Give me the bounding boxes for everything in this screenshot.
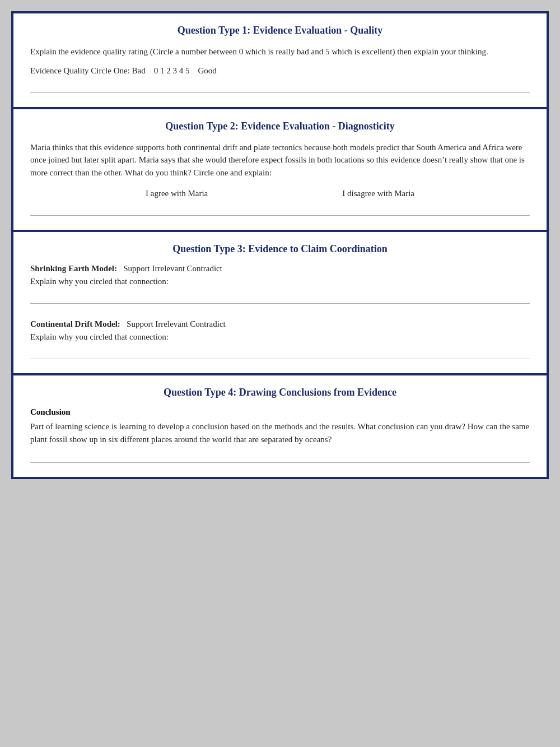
model2-options: Support Irrelevant Contradict [127, 319, 226, 328]
agree-disagree-row: I agree with Maria I disagree with Maria [30, 189, 530, 198]
section-2: Question Type 2: Evidence Evaluation - D… [12, 108, 548, 231]
section-1: Question Type 1: Evidence Evaluation - Q… [12, 12, 548, 108]
model2-label: Continental Drift Model: [30, 319, 120, 328]
model1-row: Shrinking Earth Model: Support Irrelevan… [30, 264, 530, 273]
section-4: Question Type 4: Drawing Conclusions fro… [12, 374, 548, 478]
rating-numbers: 0 1 2 3 4 5 [154, 66, 190, 75]
section-2-body: Maria thinks that this evidence supports… [30, 141, 530, 179]
section-3-divider-1 [30, 303, 530, 304]
agree-label: I agree with Maria [146, 189, 208, 198]
disagree-label: I disagree with Maria [342, 189, 414, 198]
model1-explain: Explain why you circled that connection: [30, 277, 530, 286]
section-3-divider-2 [30, 359, 530, 359]
model1-section: Shrinking Earth Model: Support Irrelevan… [30, 264, 530, 286]
model1-options: Support Irrelevant Contradict [123, 264, 222, 273]
rating-end: Good [198, 66, 217, 75]
model2-section: Continental Drift Model: Support Irrelev… [30, 319, 530, 342]
rating-label: Evidence Quality Circle One: Bad [30, 66, 146, 75]
section-1-divider [30, 92, 530, 93]
section-1-body: Explain the evidence quality rating (Cir… [30, 45, 530, 58]
page-container: Question Type 1: Evidence Evaluation - Q… [11, 11, 549, 479]
section-4-body: Part of learning science is learning to … [30, 420, 530, 446]
section-1-rating: Evidence Quality Circle One: Bad 0 1 2 3… [30, 66, 530, 76]
conclusion-label: Conclusion [30, 407, 530, 417]
section-2-title: Question Type 2: Evidence Evaluation - D… [30, 120, 530, 132]
section-2-divider [30, 215, 530, 216]
model2-explain: Explain why you circled that connection: [30, 332, 530, 342]
section-3: Question Type 3: Evidence to Claim Coord… [12, 231, 548, 374]
model1-label: Shrinking Earth Model: [30, 264, 117, 273]
section-4-divider [30, 462, 530, 463]
model2-row: Continental Drift Model: Support Irrelev… [30, 319, 530, 329]
section-4-title: Question Type 4: Drawing Conclusions fro… [30, 387, 530, 398]
section-3-title: Question Type 3: Evidence to Claim Coord… [30, 243, 530, 255]
section-1-title: Question Type 1: Evidence Evaluation - Q… [30, 25, 530, 36]
